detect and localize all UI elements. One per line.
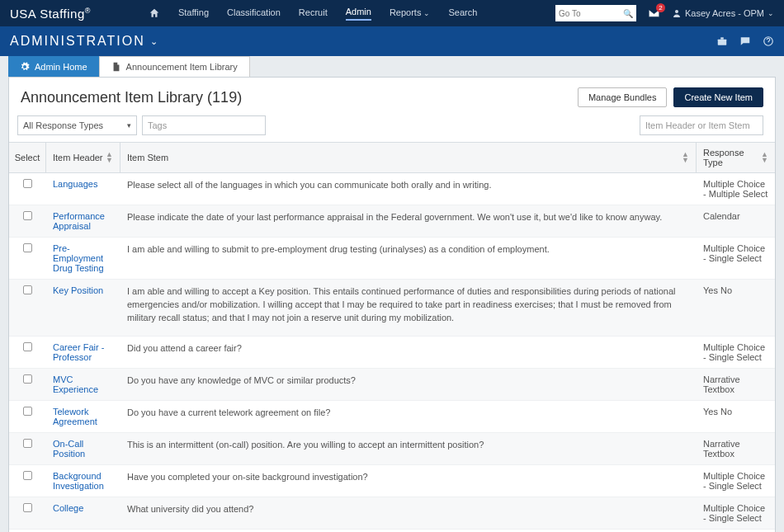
sort-icon: ▲▼ (682, 152, 689, 163)
goto-search[interactable]: Go To 🔍 (555, 5, 636, 21)
table-row: Career Fair - ProfessorDid you attend a … (9, 337, 775, 369)
item-search-input[interactable]: Item Header or Item Stem (640, 115, 763, 135)
row-checkbox[interactable] (23, 471, 32, 480)
item-stem-text: Do you have any knowledge of MVC or simi… (120, 369, 697, 400)
chevron-down-icon: ⌄ (423, 9, 430, 17)
search-icon: 🔍 (623, 9, 633, 18)
sort-icon: ▲▼ (106, 152, 113, 163)
row-checkbox[interactable] (23, 342, 32, 351)
table-row: On-Call PositionThis is an intermittent … (9, 433, 775, 465)
chat-icon[interactable] (739, 35, 751, 47)
nav-recruit[interactable]: Recruit (299, 7, 328, 20)
table-row: MVC ExperienceDo you have any knowledge … (9, 369, 775, 401)
user-menu[interactable]: Kasey Acres - OPM ⌄ (672, 8, 774, 18)
nav-admin[interactable]: Admin (346, 7, 371, 21)
response-type-text: Multiple Choice - Single Select (697, 238, 775, 279)
item-header-link[interactable]: Background Investigation (53, 471, 104, 491)
table-row: Telework AgreementDo you have a current … (9, 401, 775, 433)
tab-admin-home[interactable]: Admin Home (8, 56, 99, 77)
svg-rect-2 (720, 37, 724, 39)
mail-icon[interactable]: 2 (648, 8, 660, 18)
item-header-link[interactable]: On-Call Position (53, 439, 85, 459)
item-stem-text: I am able and willing to accept a Key po… (120, 280, 697, 336)
response-type-text: Multiple Choice - Single Select (697, 337, 775, 368)
admin-tabs: Admin Home Announcement Item Library (8, 56, 784, 77)
table-body: LanguagesPlease select all of the langua… (9, 173, 775, 532)
item-header-link[interactable]: College (53, 503, 83, 513)
item-stem-text: This is an intermittent (on-call) positi… (120, 433, 697, 464)
table-row: Key PositionI am able and willing to acc… (9, 280, 775, 337)
response-type-text: Narrative Textbox (697, 369, 775, 400)
briefcase-icon[interactable] (716, 35, 728, 47)
nav-search[interactable]: Search (448, 7, 477, 20)
table-row: Performance AppraisalPlease indicate the… (9, 205, 775, 238)
response-type-text: Yes No (697, 280, 775, 336)
col-item-stem[interactable]: Item Stem▲▼ (120, 143, 697, 172)
response-type-text: Multiple Choice - Multiple Select (697, 173, 775, 205)
col-item-header[interactable]: Item Header▲▼ (46, 143, 120, 172)
row-checkbox[interactable] (23, 374, 32, 384)
tab-item-library[interactable]: Announcement Item Library (99, 56, 250, 77)
response-type-text: Multiple Choice - Single Select (697, 465, 775, 497)
response-type-select[interactable]: All Response Types▾ (17, 115, 137, 135)
mail-badge-count: 2 (656, 3, 665, 12)
item-header-link[interactable]: Career Fair - Professor (53, 342, 104, 362)
row-checkbox[interactable] (23, 243, 32, 252)
item-header-link[interactable]: Key Position (53, 285, 103, 295)
item-stem-text: Did you attend a career fair? (120, 337, 697, 368)
table-row: LanguagesPlease select all of the langua… (9, 173, 775, 205)
nav-reports[interactable]: Reports ⌄ (390, 7, 431, 20)
nav-links: Staffing Classification Recruit Admin Re… (149, 7, 477, 21)
tags-input[interactable]: Tags (142, 115, 266, 135)
col-response-type[interactable]: Response Type▲▼ (697, 143, 775, 172)
item-header-link[interactable]: Languages (53, 179, 97, 189)
col-select: Select (9, 143, 46, 172)
sort-icon: ▲▼ (761, 152, 768, 163)
row-checkbox[interactable] (23, 285, 32, 294)
row-checkbox[interactable] (23, 211, 32, 220)
home-icon[interactable] (149, 7, 160, 19)
response-type-text: Narrative Textbox (697, 433, 775, 464)
create-new-item-button[interactable]: Create New Item (673, 87, 763, 107)
chevron-down-icon[interactable]: ⌄ (150, 36, 159, 47)
page-title: Announcement Item Library (119) (21, 89, 242, 106)
brand-logo: USA Staffing® (10, 7, 91, 21)
table-row: Background InvestigationHave you complet… (9, 465, 775, 497)
response-type-text: Yes No (697, 401, 775, 432)
manage-bundles-button[interactable]: Manage Bundles (578, 87, 668, 107)
table-header: Select Item Header▲▼ Item Stem▲▼ Respons… (9, 142, 775, 173)
row-checkbox[interactable] (23, 503, 32, 512)
gear-icon (20, 62, 30, 72)
document-icon (111, 62, 121, 72)
top-nav: USA Staffing® Staffing Classification Re… (0, 0, 784, 26)
chevron-down-icon: ⌄ (767, 9, 774, 17)
nav-classification[interactable]: Classification (227, 7, 281, 20)
item-header-link[interactable]: Telework Agreement (53, 407, 97, 426)
response-type-text: Multiple Choice - Single Select (697, 497, 775, 529)
item-stem-text: What university did you attend? (120, 497, 697, 529)
filter-bar: All Response Types▾ Tags Item Header or … (9, 115, 775, 142)
panel-header: Announcement Item Library (119) Manage B… (9, 78, 775, 115)
table-row: Pre-Employment Drug TestingI am able and… (9, 238, 775, 280)
item-header-link[interactable]: MVC Experience (53, 374, 98, 394)
row-checkbox[interactable] (23, 439, 32, 448)
row-checkbox[interactable] (23, 179, 32, 188)
table-row: CollegeWhat university did you attend?Mu… (9, 497, 775, 530)
item-stem-text: Have you completed your on-site backgrou… (120, 465, 697, 497)
admin-subheader: ADMINISTRATION ⌄ (0, 26, 784, 56)
user-icon (672, 8, 682, 18)
svg-rect-1 (718, 40, 727, 45)
row-checkbox[interactable] (23, 407, 32, 416)
help-icon[interactable] (763, 35, 774, 47)
subheader-title[interactable]: ADMINISTRATION (10, 34, 145, 49)
item-stem-text: Please select all of the languages in wh… (120, 173, 697, 205)
item-stem-text: Do you have a current telework agreement… (120, 401, 697, 432)
item-stem-text: Please indicate the date of your last pe… (120, 205, 697, 237)
library-panel: Announcement Item Library (119) Manage B… (8, 77, 776, 532)
nav-staffing[interactable]: Staffing (178, 7, 209, 20)
item-stem-text: I am able and willing to submit to pre-e… (120, 238, 697, 279)
item-header-link[interactable]: Pre-Employment Drug Testing (53, 243, 104, 273)
chevron-down-icon: ▾ (127, 121, 131, 129)
nav-right: Go To 🔍 2 Kasey Acres - OPM ⌄ (555, 5, 774, 21)
item-header-link[interactable]: Performance Appraisal (53, 211, 105, 231)
